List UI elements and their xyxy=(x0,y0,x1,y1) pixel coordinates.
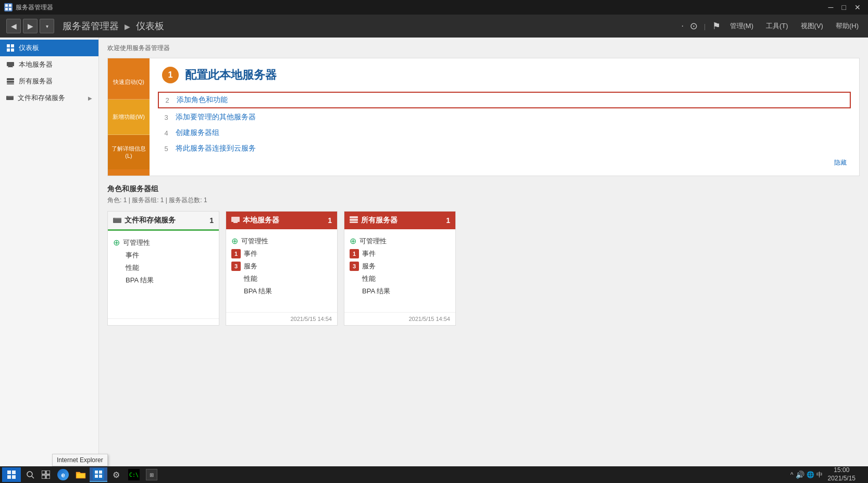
taskbar-app-servermgr[interactable] xyxy=(90,467,107,482)
local-bpa[interactable]: BPA 结果 xyxy=(231,285,332,298)
svg-rect-32 xyxy=(95,470,98,474)
all-manageability[interactable]: ⊕ 可管理性 xyxy=(350,234,450,247)
dashboard-icon xyxy=(6,44,15,52)
svg-rect-7 xyxy=(11,48,14,52)
task-view-button[interactable] xyxy=(38,467,54,482)
hide-button[interactable]: 隐藏 xyxy=(162,158,847,167)
newfeature-label: 新增功能(W) xyxy=(110,109,147,125)
all-events[interactable]: 1 事件 xyxy=(350,247,450,260)
step-link-4[interactable]: 创建服务器组 xyxy=(176,128,219,138)
configure-step-2[interactable]: 2 添加角色和功能 xyxy=(158,92,851,108)
servermgr-app-icon xyxy=(93,468,104,480)
ie-tooltip: Internet Explorer xyxy=(52,454,108,466)
filestorage-manageability[interactable]: ⊕ 可管理性 xyxy=(113,236,214,249)
tools-menu[interactable]: 工具(T) xyxy=(763,21,791,31)
server-cards: 文件和存储服务 1 ⊕ 可管理性 事件 xyxy=(107,211,860,326)
ie-app-icon: e xyxy=(57,469,69,480)
search-button[interactable] xyxy=(23,467,38,482)
toolbar: ◀ ▶ ▾ 服务器管理器 ▶ 仪表板 · ⊙ | ⚑ 管理(M) 工具(T) 视… xyxy=(0,15,868,38)
configure-title-text: 配置此本地服务器 xyxy=(185,67,277,83)
card-local-title: 本地服务器 xyxy=(231,216,279,225)
user-icon: ⊙ xyxy=(690,20,698,32)
ok-icon-all: ⊕ xyxy=(350,236,356,246)
card-allservers: 所有服务器 1 ⊕ 可管理性 1 事件 xyxy=(344,211,456,326)
learnmore-label: 了解详细信息(L) xyxy=(108,141,150,163)
svg-rect-10 xyxy=(8,67,13,67)
taskbar-app-misc[interactable]: ⊞ xyxy=(143,467,160,482)
svg-rect-0 xyxy=(5,4,8,7)
svg-rect-33 xyxy=(99,470,102,474)
svg-rect-28 xyxy=(46,470,50,474)
svg-point-25 xyxy=(27,472,32,477)
welcome-text: 欢迎使用服务器管理器 xyxy=(107,44,860,53)
step-num-2: 2 xyxy=(163,96,171,104)
configure-step-3[interactable]: 3 添加要管理的其他服务器 xyxy=(162,109,847,125)
all-servers-icon xyxy=(6,77,15,85)
sidebar-item-filestorage[interactable]: 文件和存储服务 ▶ xyxy=(0,90,98,106)
svg-rect-5 xyxy=(11,44,14,47)
local-manageability[interactable]: ⊕ 可管理性 xyxy=(231,234,332,247)
network-icon[interactable]: 🌐 xyxy=(807,471,814,478)
step-link-2[interactable]: 添加角色和功能 xyxy=(177,95,228,105)
card-allservers-header[interactable]: 所有服务器 1 xyxy=(344,212,455,229)
sidebar-item-all[interactable]: 所有服务器 xyxy=(0,73,98,90)
close-button[interactable]: ✕ xyxy=(851,3,864,11)
filestorage-performance[interactable]: 性能 xyxy=(113,262,214,274)
card-local: 本地服务器 1 ⊕ 可管理性 1 事件 xyxy=(226,211,338,326)
svg-rect-19 xyxy=(350,219,358,221)
cmd-app-icon: C:\ xyxy=(128,469,140,480)
svg-rect-16 xyxy=(231,217,240,222)
configure-step-5[interactable]: 5 将此服务器连接到云服务 xyxy=(162,141,847,156)
svg-rect-30 xyxy=(46,475,50,479)
expand-arrow-icon: ▶ xyxy=(88,95,92,101)
main-layout: 仪表板 本地服务器 所有服务器 文件和存储服务 ▶ 欢迎使用服务器管理器 xyxy=(0,38,868,466)
card-filestorage-footer xyxy=(108,318,219,325)
view-menu[interactable]: 视图(V) xyxy=(798,21,826,31)
lang-indicator[interactable]: 中 xyxy=(816,470,823,479)
start-button[interactable] xyxy=(2,467,21,482)
svg-rect-12 xyxy=(7,81,14,83)
filestorage-events[interactable]: 事件 xyxy=(113,249,214,262)
taskbar: e ⚙ C:\ ⊞ ^ 🔊 🌐 中 15:00 2021/5/15 xyxy=(0,466,868,483)
taskbar-app-cmd[interactable]: C:\ xyxy=(125,467,143,482)
taskbar-app-explorer[interactable] xyxy=(72,467,90,482)
all-services[interactable]: 3 服务 xyxy=(350,260,450,273)
explorer-app-icon xyxy=(75,469,86,480)
local-services[interactable]: 3 服务 xyxy=(231,260,332,273)
configure-step-4[interactable]: 4 创建服务器组 xyxy=(162,125,847,141)
help-menu[interactable]: 帮助(H) xyxy=(833,21,862,31)
configure-sidebar: 快速启动(Q) 新增功能(W) 了解详细信息(L) xyxy=(108,58,150,176)
newfeature-section: 新增功能(W) xyxy=(108,100,150,134)
card-allservers-footer: 2021/5/15 14:54 xyxy=(344,312,455,325)
all-bpa[interactable]: BPA 结果 xyxy=(350,285,450,298)
forward-button[interactable]: ▶ xyxy=(23,19,38,33)
manage-menu[interactable]: 管理(M) xyxy=(727,21,757,31)
step-link-3[interactable]: 添加要管理的其他服务器 xyxy=(176,113,256,122)
volume-icon[interactable]: 🔊 xyxy=(796,470,804,479)
svg-rect-23 xyxy=(7,475,11,479)
svg-rect-21 xyxy=(7,470,11,474)
ok-icon-local: ⊕ xyxy=(231,236,238,246)
taskbar-clock[interactable]: 15:00 2021/5/15 xyxy=(825,466,859,482)
card-filestorage-header[interactable]: 文件和存储服务 1 xyxy=(108,212,219,231)
restore-button[interactable]: □ xyxy=(839,3,849,11)
minimize-button[interactable]: ─ xyxy=(825,3,837,11)
toolbar-right: · ⊙ | ⚑ 管理(M) 工具(T) 视图(V) 帮助(H) xyxy=(681,20,862,32)
back-button[interactable]: ◀ xyxy=(6,19,21,33)
sidebar-item-dashboard[interactable]: 仪表板 xyxy=(0,40,98,56)
tray-expand-icon[interactable]: ^ xyxy=(790,471,793,478)
dropdown-button[interactable]: ▾ xyxy=(40,19,54,33)
titlebar-title: 服务器管理器 xyxy=(16,3,53,12)
local-events[interactable]: 1 事件 xyxy=(231,247,332,260)
step-num-3: 3 xyxy=(162,114,170,121)
svg-rect-24 xyxy=(12,475,16,479)
filestorage-bpa[interactable]: BPA 结果 xyxy=(113,274,214,287)
all-performance[interactable]: 性能 xyxy=(350,273,450,285)
sidebar-item-local[interactable]: 本地服务器 xyxy=(0,56,98,73)
taskbar-app-settings[interactable]: ⚙ xyxy=(107,467,125,482)
events-badge-local: 1 xyxy=(231,249,241,258)
card-local-header[interactable]: 本地服务器 1 xyxy=(226,212,337,229)
local-performance[interactable]: 性能 xyxy=(231,273,332,285)
taskbar-app-ie[interactable]: e xyxy=(54,467,72,482)
step-link-5[interactable]: 将此服务器连接到云服务 xyxy=(176,144,256,153)
